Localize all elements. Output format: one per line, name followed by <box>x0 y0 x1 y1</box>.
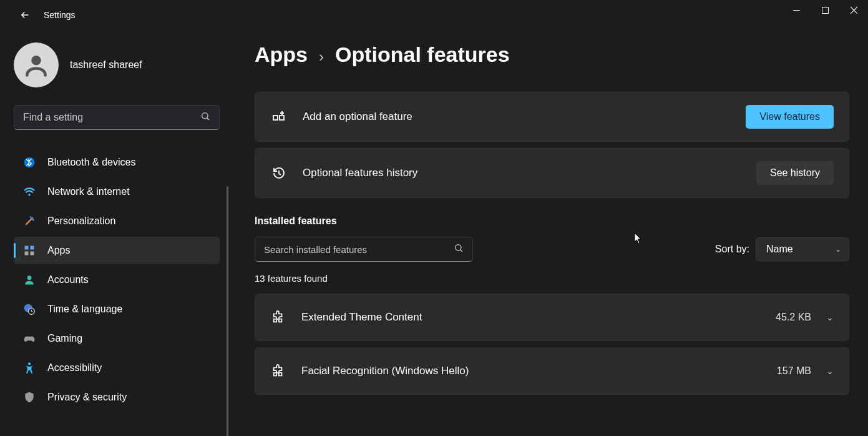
sidebar-item-label: Personalization <box>47 216 115 227</box>
history-icon <box>270 164 288 182</box>
wifi-icon <box>22 185 36 199</box>
see-history-button[interactable]: See history <box>756 161 834 185</box>
puzzle-icon <box>270 363 286 379</box>
sidebar-nav: Bluetooth & devices Network & internet P… <box>14 149 220 411</box>
apps-icon <box>22 244 36 257</box>
feature-name: Facial Recognition (Windows Hello) <box>301 365 777 377</box>
svg-point-3 <box>202 113 208 119</box>
sidebar-item-label: Gaming <box>47 333 82 344</box>
chevron-down-icon[interactable]: ⌄ <box>826 366 834 376</box>
sidebar-item-label: Apps <box>47 245 70 256</box>
optional-features-history-card: Optional features history See history <box>255 148 849 198</box>
sort-by-label: Sort by: <box>715 244 749 255</box>
maximize-button[interactable] <box>811 0 839 20</box>
svg-rect-6 <box>25 246 29 250</box>
features-count: 13 features found <box>255 273 849 284</box>
sidebar-item-gaming[interactable]: Gaming <box>14 325 220 352</box>
breadcrumb: Apps › Optional features <box>255 42 849 67</box>
svg-rect-0 <box>793 10 800 11</box>
window-title: Settings <box>44 10 76 20</box>
installed-feature-search-input[interactable] <box>264 244 454 255</box>
person-icon <box>22 273 36 287</box>
svg-rect-1 <box>822 7 828 13</box>
breadcrumb-parent[interactable]: Apps <box>255 42 308 67</box>
chevron-right-icon: › <box>319 48 324 66</box>
accessibility-icon <box>22 361 36 375</box>
user-profile[interactable]: tashreef shareef <box>14 42 220 87</box>
sidebar-item-label: Time & language <box>47 304 122 315</box>
sidebar-item-accounts[interactable]: Accounts <box>14 266 220 294</box>
sidebar-item-apps[interactable]: Apps <box>14 237 220 264</box>
sidebar-item-network[interactable]: Network & internet <box>14 178 220 206</box>
svg-point-17 <box>456 245 461 250</box>
sidebar-item-label: Network & internet <box>47 186 130 197</box>
sidebar-item-personalization[interactable]: Personalization <box>14 207 220 235</box>
chevron-down-icon: ⌄ <box>835 245 841 254</box>
svg-rect-8 <box>25 252 29 255</box>
card-label: Add an optional feature <box>303 111 746 123</box>
sort-by-value: Name <box>766 244 793 255</box>
feature-size: 45.2 KB <box>776 312 811 323</box>
feature-item[interactable]: Facial Recognition (Windows Hello) 157 M… <box>255 347 849 395</box>
svg-point-2 <box>31 56 41 65</box>
sidebar-item-label: Bluetooth & devices <box>47 157 135 168</box>
sidebar-item-label: Accessibility <box>47 362 102 374</box>
installed-features-heading: Installed features <box>255 216 849 227</box>
feature-item[interactable]: Extended Theme Content 45.2 KB ⌄ <box>255 294 849 341</box>
chevron-down-icon[interactable]: ⌄ <box>826 312 834 322</box>
shield-icon <box>22 390 36 404</box>
svg-rect-14 <box>273 116 278 120</box>
svg-rect-15 <box>280 116 284 120</box>
installed-feature-search[interactable] <box>255 237 473 262</box>
svg-point-10 <box>27 275 32 280</box>
close-button[interactable] <box>839 0 868 20</box>
page-title: Optional features <box>335 42 510 67</box>
avatar <box>14 42 59 87</box>
sort-by-select[interactable]: Name ⌄ <box>756 237 849 261</box>
svg-point-5 <box>28 194 30 196</box>
search-icon <box>200 111 210 124</box>
view-features-button[interactable]: View features <box>746 105 834 129</box>
sidebar-item-privacy[interactable]: Privacy & security <box>14 384 220 411</box>
puzzle-icon <box>270 309 286 325</box>
svg-rect-7 <box>31 246 34 250</box>
sidebar-item-label: Privacy & security <box>47 392 127 403</box>
card-label: Optional features history <box>303 167 756 179</box>
sidebar-item-label: Accounts <box>47 274 89 285</box>
add-optional-feature-card: Add an optional feature View features <box>255 92 849 142</box>
feature-name: Extended Theme Content <box>301 311 776 324</box>
clock-globe-icon <box>22 302 36 316</box>
paintbrush-icon <box>22 214 36 228</box>
sidebar-item-time-language[interactable]: Time & language <box>14 295 220 323</box>
search-icon <box>454 243 464 255</box>
sidebar-item-accessibility[interactable]: Accessibility <box>14 354 220 382</box>
sidebar-scrollbar[interactable] <box>227 186 228 436</box>
feature-size: 157 MB <box>777 365 811 377</box>
add-app-icon <box>270 108 288 126</box>
settings-search[interactable] <box>14 105 220 130</box>
sidebar-item-bluetooth[interactable]: Bluetooth & devices <box>14 149 220 176</box>
user-name: tashreef shareef <box>70 59 142 71</box>
back-button[interactable] <box>12 2 37 27</box>
svg-rect-9 <box>31 252 34 255</box>
bluetooth-icon <box>22 156 36 169</box>
minimize-button[interactable] <box>782 0 811 20</box>
svg-point-13 <box>28 362 31 365</box>
settings-search-input[interactable] <box>23 112 200 123</box>
gamepad-icon <box>22 332 36 345</box>
